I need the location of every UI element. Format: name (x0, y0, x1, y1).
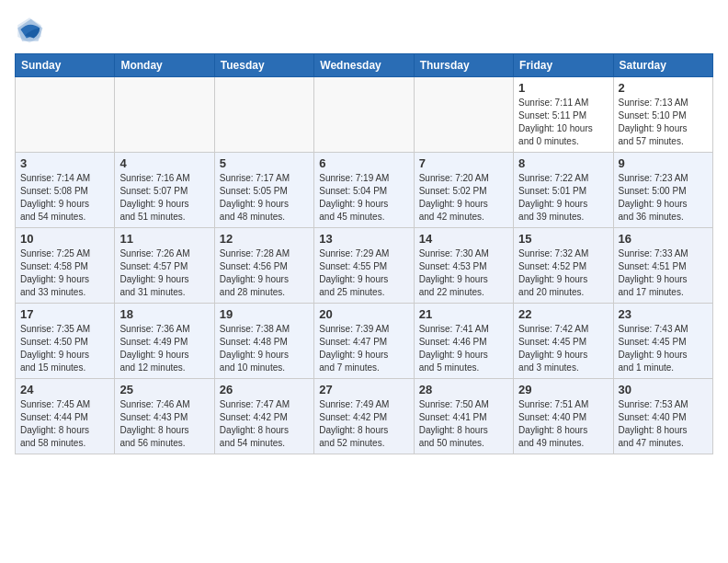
weekday-header-monday: Monday (115, 54, 214, 77)
calendar-cell: 2Sunrise: 7:13 AMSunset: 5:10 PMDaylight… (613, 77, 712, 153)
day-info: Sunrise: 7:14 AMSunset: 5:08 PMDaylight:… (20, 172, 109, 224)
day-info: Sunrise: 7:25 AMSunset: 4:58 PMDaylight:… (20, 247, 109, 299)
day-number: 19 (220, 307, 309, 321)
day-info: Sunrise: 7:36 AMSunset: 4:49 PMDaylight:… (119, 323, 209, 374)
weekday-header-friday: Friday (514, 54, 613, 77)
calendar-cell: 5Sunrise: 7:17 AMSunset: 5:05 PMDaylight… (214, 153, 313, 228)
calendar-week-row: 3Sunrise: 7:14 AMSunset: 5:08 PMDaylight… (16, 153, 713, 228)
day-number: 16 (619, 232, 708, 246)
day-number: 29 (518, 383, 608, 396)
calendar-cell: 6Sunrise: 7:19 AMSunset: 5:04 PMDaylight… (314, 153, 414, 228)
calendar-week-row: 10Sunrise: 7:25 AMSunset: 4:58 PMDayligh… (16, 228, 713, 304)
calendar-cell: 15Sunrise: 7:32 AMSunset: 4:52 PMDayligh… (514, 228, 613, 304)
calendar-cell: 19Sunrise: 7:38 AMSunset: 4:48 PMDayligh… (214, 304, 313, 379)
weekday-header-thursday: Thursday (414, 54, 513, 77)
day-info: Sunrise: 7:39 AMSunset: 4:47 PMDaylight:… (319, 323, 408, 374)
weekday-header-saturday: Saturday (613, 54, 712, 77)
calendar-cell: 20Sunrise: 7:39 AMSunset: 4:47 PMDayligh… (314, 304, 414, 379)
day-info: Sunrise: 7:42 AMSunset: 4:45 PMDaylight:… (518, 323, 608, 374)
calendar-cell: 4Sunrise: 7:16 AMSunset: 5:07 PMDaylight… (115, 153, 214, 228)
day-number: 11 (119, 232, 209, 246)
day-info: Sunrise: 7:35 AMSunset: 4:50 PMDaylight:… (20, 323, 109, 374)
calendar-cell: 25Sunrise: 7:46 AMSunset: 4:43 PMDayligh… (115, 379, 214, 454)
day-number: 27 (319, 383, 408, 396)
calendar-table: SundayMondayTuesdayWednesdayThursdayFrid… (15, 53, 713, 454)
day-number: 14 (419, 232, 508, 246)
calendar-cell: 26Sunrise: 7:47 AMSunset: 4:42 PMDayligh… (214, 379, 313, 454)
day-number: 8 (518, 156, 608, 170)
page-header (15, 15, 713, 44)
calendar-week-row: 17Sunrise: 7:35 AMSunset: 4:50 PMDayligh… (16, 304, 713, 379)
weekday-header-row: SundayMondayTuesdayWednesdayThursdayFrid… (16, 54, 713, 77)
weekday-header-sunday: Sunday (16, 54, 115, 77)
day-info: Sunrise: 7:51 AMSunset: 4:40 PMDaylight:… (518, 398, 608, 450)
day-number: 24 (20, 383, 109, 396)
day-number: 23 (619, 307, 708, 321)
calendar-cell (414, 77, 513, 153)
day-info: Sunrise: 7:19 AMSunset: 5:04 PMDaylight:… (319, 172, 408, 224)
day-number: 10 (20, 232, 109, 246)
calendar-cell (214, 77, 313, 153)
day-info: Sunrise: 7:17 AMSunset: 5:05 PMDaylight:… (220, 172, 309, 224)
day-info: Sunrise: 7:20 AMSunset: 5:02 PMDaylight:… (419, 172, 508, 224)
day-info: Sunrise: 7:45 AMSunset: 4:44 PMDaylight:… (20, 398, 109, 450)
day-info: Sunrise: 7:46 AMSunset: 4:43 PMDaylight:… (119, 398, 209, 450)
calendar-cell: 17Sunrise: 7:35 AMSunset: 4:50 PMDayligh… (16, 304, 115, 379)
day-info: Sunrise: 7:30 AMSunset: 4:53 PMDaylight:… (419, 247, 508, 299)
day-number: 12 (220, 232, 309, 246)
day-info: Sunrise: 7:33 AMSunset: 4:51 PMDaylight:… (619, 247, 708, 299)
day-info: Sunrise: 7:49 AMSunset: 4:42 PMDaylight:… (319, 398, 408, 450)
day-number: 3 (20, 156, 109, 170)
day-number: 26 (220, 383, 309, 396)
day-info: Sunrise: 7:26 AMSunset: 4:57 PMDaylight:… (119, 247, 209, 299)
day-info: Sunrise: 7:50 AMSunset: 4:41 PMDaylight:… (419, 398, 508, 450)
calendar-cell: 18Sunrise: 7:36 AMSunset: 4:49 PMDayligh… (115, 304, 214, 379)
day-number: 7 (419, 156, 508, 170)
calendar-cell: 10Sunrise: 7:25 AMSunset: 4:58 PMDayligh… (16, 228, 115, 304)
calendar-week-row: 1Sunrise: 7:11 AMSunset: 5:11 PMDaylight… (16, 77, 713, 153)
day-number: 5 (220, 156, 309, 170)
day-number: 2 (619, 81, 708, 95)
calendar-cell: 29Sunrise: 7:51 AMSunset: 4:40 PMDayligh… (514, 379, 613, 454)
day-info: Sunrise: 7:28 AMSunset: 4:56 PMDaylight:… (220, 247, 309, 299)
day-number: 1 (518, 81, 608, 95)
weekday-header-tuesday: Tuesday (214, 54, 313, 77)
day-info: Sunrise: 7:13 AMSunset: 5:10 PMDaylight:… (619, 97, 708, 148)
day-number: 20 (319, 307, 408, 321)
day-number: 30 (619, 383, 708, 396)
weekday-header-wednesday: Wednesday (314, 54, 414, 77)
day-number: 9 (619, 156, 708, 170)
day-info: Sunrise: 7:38 AMSunset: 4:48 PMDaylight:… (220, 323, 309, 374)
day-number: 6 (319, 156, 408, 170)
day-number: 17 (20, 307, 109, 321)
logo (15, 15, 48, 44)
calendar-cell: 24Sunrise: 7:45 AMSunset: 4:44 PMDayligh… (16, 379, 115, 454)
day-info: Sunrise: 7:41 AMSunset: 4:46 PMDaylight:… (419, 323, 508, 374)
day-number: 22 (518, 307, 608, 321)
calendar-cell: 3Sunrise: 7:14 AMSunset: 5:08 PMDaylight… (16, 153, 115, 228)
day-info: Sunrise: 7:53 AMSunset: 4:40 PMDaylight:… (619, 398, 708, 450)
calendar-cell: 21Sunrise: 7:41 AMSunset: 4:46 PMDayligh… (414, 304, 513, 379)
calendar-cell: 1Sunrise: 7:11 AMSunset: 5:11 PMDaylight… (514, 77, 613, 153)
calendar-cell: 16Sunrise: 7:33 AMSunset: 4:51 PMDayligh… (613, 228, 712, 304)
day-info: Sunrise: 7:32 AMSunset: 4:52 PMDaylight:… (518, 247, 608, 299)
day-number: 21 (419, 307, 508, 321)
calendar-cell: 9Sunrise: 7:23 AMSunset: 5:00 PMDaylight… (613, 153, 712, 228)
calendar-cell: 28Sunrise: 7:50 AMSunset: 4:41 PMDayligh… (414, 379, 513, 454)
day-number: 18 (119, 307, 209, 321)
day-info: Sunrise: 7:43 AMSunset: 4:45 PMDaylight:… (619, 323, 708, 374)
day-info: Sunrise: 7:29 AMSunset: 4:55 PMDaylight:… (319, 247, 408, 299)
day-info: Sunrise: 7:16 AMSunset: 5:07 PMDaylight:… (119, 172, 209, 224)
calendar-cell (16, 77, 115, 153)
calendar-cell: 8Sunrise: 7:22 AMSunset: 5:01 PMDaylight… (514, 153, 613, 228)
calendar-cell: 13Sunrise: 7:29 AMSunset: 4:55 PMDayligh… (314, 228, 414, 304)
day-info: Sunrise: 7:47 AMSunset: 4:42 PMDaylight:… (220, 398, 309, 450)
day-number: 25 (119, 383, 209, 396)
day-number: 4 (119, 156, 209, 170)
day-number: 15 (518, 232, 608, 246)
logo-icon (15, 15, 44, 44)
calendar-cell: 30Sunrise: 7:53 AMSunset: 4:40 PMDayligh… (613, 379, 712, 454)
calendar-cell: 27Sunrise: 7:49 AMSunset: 4:42 PMDayligh… (314, 379, 414, 454)
calendar-cell: 12Sunrise: 7:28 AMSunset: 4:56 PMDayligh… (214, 228, 313, 304)
calendar-week-row: 24Sunrise: 7:45 AMSunset: 4:44 PMDayligh… (16, 379, 713, 454)
